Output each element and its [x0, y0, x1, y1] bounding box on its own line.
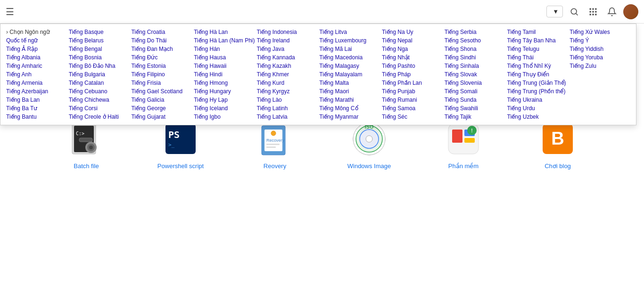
- language-item[interactable]: Tiếng Gael Scotland: [131, 87, 192, 96]
- language-item[interactable]: Tiếng Slovak: [445, 70, 505, 79]
- language-item[interactable]: Tiếng Tajik: [445, 113, 505, 121]
- language-item[interactable]: Tiếng Trung (Giản Thể): [507, 79, 568, 87]
- language-item[interactable]: Tiếng Punjab: [382, 87, 443, 96]
- language-item[interactable]: Tiếng Bulgaria: [69, 70, 130, 79]
- language-item[interactable]: Tiếng Armenia: [6, 79, 67, 87]
- language-item[interactable]: Tiếng Pashto: [382, 62, 443, 70]
- language-item[interactable]: Tiếng Indonesia: [257, 28, 318, 36]
- apps-grid-icon[interactable]: [586, 4, 601, 19]
- language-item[interactable]: Quốc tế ngữ: [6, 36, 67, 45]
- language-selector[interactable]: ▼: [546, 6, 563, 17]
- language-item[interactable]: Tiếng Hà Lan (Nam Phi): [194, 36, 255, 45]
- language-item[interactable]: Tiếng Xứ Wales: [570, 28, 630, 36]
- language-item[interactable]: Tiếng Ba Lan: [6, 96, 67, 104]
- language-item[interactable]: Tiếng Urdu: [507, 104, 568, 113]
- language-item[interactable]: Tiếng Frisia: [131, 79, 192, 87]
- language-item[interactable]: Tiếng Thái: [507, 53, 568, 62]
- language-item[interactable]: Tiếng Pháp: [382, 70, 443, 79]
- language-item[interactable]: Tiếng Serbia: [445, 28, 505, 36]
- language-item[interactable]: Tiếng Amharic: [6, 62, 67, 70]
- language-item[interactable]: Tiếng Java: [257, 45, 318, 53]
- language-item[interactable]: Tiếng Ả Rập: [6, 45, 67, 53]
- category-batch-file[interactable]: C:> Batch file: [58, 120, 115, 170]
- category-choi-blog[interactable]: B Chơi blog: [529, 120, 586, 170]
- language-item[interactable]: Tiếng Croatia: [131, 28, 192, 36]
- language-item[interactable]: Tiếng Galicia: [131, 96, 192, 104]
- language-item[interactable]: Tiếng Kurd: [257, 79, 318, 87]
- language-item[interactable]: Tiếng Kyrgyz: [257, 87, 318, 96]
- language-item[interactable]: Tiếng Kannada: [257, 53, 318, 62]
- menu-icon[interactable]: ☰: [6, 6, 14, 17]
- category-windows-image[interactable]: ISO ISO Windows Image: [341, 120, 397, 170]
- language-item[interactable]: Tiếng Thụy Điển: [507, 70, 568, 79]
- language-item[interactable]: Tiếng Slovenia: [445, 79, 505, 87]
- language-item[interactable]: Tiếng Séc: [382, 113, 443, 121]
- language-item[interactable]: Tiếng Sunda: [445, 96, 505, 104]
- language-item[interactable]: Tiếng Malagasy: [319, 62, 380, 70]
- language-item[interactable]: Tiếng Hawaii: [194, 62, 255, 70]
- language-item[interactable]: Tiếng Trung (Phồn thể): [507, 87, 568, 96]
- language-item[interactable]: Tiếng Ireland: [257, 36, 318, 45]
- language-item[interactable]: Tiếng Azerbaijan: [6, 87, 67, 96]
- language-item[interactable]: Tiếng Myanmar: [319, 113, 380, 121]
- language-item[interactable]: Tiếng Hausa: [194, 53, 255, 62]
- language-item[interactable]: Tiếng Bantu: [6, 113, 67, 121]
- language-item[interactable]: Tiếng Shona: [445, 45, 505, 53]
- category-powershell[interactable]: PS >_ Powershell script: [152, 120, 209, 170]
- language-item[interactable]: Tiếng Mông Cổ: [319, 104, 380, 113]
- language-item[interactable]: Tiếng Sinhala: [445, 62, 505, 70]
- language-item[interactable]: Tiếng Corsi: [69, 104, 130, 113]
- language-item[interactable]: Tiếng Iceland: [194, 104, 255, 113]
- language-item[interactable]: Tiếng Phần Lan: [382, 79, 443, 87]
- language-item[interactable]: Tiếng Nhật: [382, 53, 443, 62]
- language-item[interactable]: Tiếng Đan Mạch: [131, 45, 192, 53]
- language-item[interactable]: Tiếng Nga: [382, 45, 443, 53]
- language-item[interactable]: Tiếng Sesotho: [445, 36, 505, 45]
- language-item[interactable]: Tiếng Igbo: [194, 113, 255, 121]
- language-item[interactable]: Tiếng Mã Lai: [319, 45, 380, 53]
- language-item[interactable]: Tiếng Luxembourg: [319, 36, 380, 45]
- notifications-icon[interactable]: [604, 4, 619, 19]
- language-item[interactable]: Tiếng Catalan: [69, 79, 130, 87]
- category-recovery[interactable]: Recovery Reovery: [247, 120, 303, 170]
- language-item[interactable]: Tiếng Creole ở Haiti: [69, 113, 130, 121]
- language-item[interactable]: Tiếng Basque: [69, 28, 130, 36]
- language-item[interactable]: Tiếng Bengal: [69, 45, 130, 53]
- language-item[interactable]: Tiếng Đức: [131, 53, 192, 62]
- language-item[interactable]: Tiếng Sindhi: [445, 53, 505, 62]
- language-item[interactable]: Tiếng Belarus: [69, 36, 130, 45]
- language-item[interactable]: Tiếng Khmer: [257, 70, 318, 79]
- language-item[interactable]: Tiếng Albania: [6, 53, 67, 62]
- language-item[interactable]: Tiếng Kazakh: [257, 62, 318, 70]
- language-item[interactable]: Tiếng Latvia: [257, 113, 318, 121]
- language-item[interactable]: Tiếng Ba Tư: [6, 104, 67, 113]
- language-item[interactable]: Tiếng Litva: [319, 28, 380, 36]
- language-item[interactable]: Tiếng Hungary: [194, 87, 255, 96]
- language-item[interactable]: Tiếng Gujarat: [131, 113, 192, 121]
- language-item[interactable]: Tiếng George: [131, 104, 192, 113]
- language-item[interactable]: Tiếng Telugu: [507, 45, 568, 53]
- language-item[interactable]: Tiếng Bô Đảo Nha: [69, 62, 130, 70]
- language-item[interactable]: Tiếng Bosnia: [69, 53, 130, 62]
- language-item[interactable]: Tiếng Maori: [319, 87, 380, 96]
- avatar[interactable]: [623, 4, 638, 19]
- language-item[interactable]: Tiếng Hindi: [194, 70, 255, 79]
- language-item[interactable]: Tiếng Nepal: [382, 36, 443, 45]
- language-item[interactable]: Tiếng Chichewa: [69, 96, 130, 104]
- language-item[interactable]: Tiếng Lào: [257, 96, 318, 104]
- language-item[interactable]: Tiếng Uzbek: [507, 113, 568, 121]
- language-item[interactable]: Tiếng Zulu: [570, 62, 630, 70]
- language-item[interactable]: Tiếng Hmong: [194, 79, 255, 87]
- search-icon[interactable]: [567, 4, 582, 19]
- language-item[interactable]: Tiếng Yiddish: [570, 45, 630, 53]
- language-item[interactable]: Tiếng Na Uy: [382, 28, 443, 36]
- language-item[interactable]: Tiếng Thổ Nhĩ Kỳ: [507, 62, 568, 70]
- language-item[interactable]: Tiếng Hán: [194, 45, 255, 53]
- language-item[interactable]: › Chọn Ngôn ngữ: [6, 28, 67, 36]
- language-item[interactable]: Tiếng Do Thái: [131, 36, 192, 45]
- language-item[interactable]: Tiếng Marathi: [319, 96, 380, 104]
- language-item[interactable]: Tiếng Somali: [445, 87, 505, 96]
- language-item[interactable]: Tiếng Estonia: [131, 62, 192, 70]
- language-item[interactable]: Tiếng Hy Lạp: [194, 96, 255, 104]
- language-item[interactable]: Tiếng Tây Ban Nha: [507, 36, 568, 45]
